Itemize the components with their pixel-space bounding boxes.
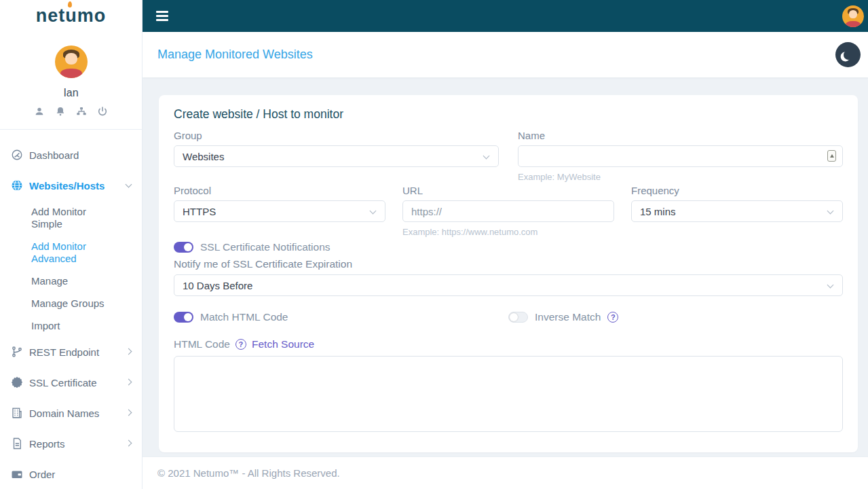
protocol-select-value: HTTPS	[183, 206, 216, 217]
dashboard-icon	[11, 149, 23, 161]
sidebar-item-label: Websites/Hosts	[29, 180, 105, 192]
sidebar-subitem-import[interactable]: Import	[31, 320, 119, 332]
globe-icon	[11, 179, 23, 192]
websites-hosts-submenu: Add Monitor Simple Add Monitor Advanced …	[31, 206, 142, 332]
match-html-label: Match HTML Code	[200, 311, 288, 323]
name-field: Name Example: MyWebsite	[518, 130, 843, 182]
protocol-label: Protocol	[174, 185, 385, 196]
notify-expiration-value: 10 Days Before	[183, 280, 252, 291]
protocol-field: Protocol HTTPS	[174, 185, 385, 237]
url-label: URL	[402, 185, 614, 196]
avatar[interactable]	[55, 46, 88, 78]
footer: © 2021 Netumo™ - All Rights Reserved.	[143, 456, 868, 489]
sidebar-item-label: Domain Names	[29, 408, 99, 419]
help-icon[interactable]	[235, 339, 246, 350]
sidebar-item-order[interactable]: Order	[11, 468, 142, 480]
sitemap-icon[interactable]	[76, 106, 87, 117]
sidebar-subitem-add-monitor-advanced[interactable]: Add Monitor Advanced	[31, 240, 119, 265]
domain-names-icon	[11, 407, 23, 419]
frequency-label: Frequency	[631, 185, 843, 196]
user-icon[interactable]	[34, 106, 45, 117]
user-profile: Ian	[0, 32, 142, 130]
fetch-source-link[interactable]: Fetch Source	[252, 338, 314, 350]
sidebar-subitem-add-monitor-simple[interactable]: Add Monitor Simple	[31, 206, 119, 230]
chevron-down-icon	[126, 181, 132, 188]
match-html-toggle[interactable]	[174, 312, 193, 323]
html-code-label-row: HTML Code Fetch Source	[174, 338, 843, 350]
app-window: netumo Ian Dashboard Websites/Hosts	[0, 0, 868, 489]
chevron-down-icon	[827, 282, 834, 289]
frequency-field: Frequency 15 mins	[631, 185, 843, 237]
match-html-row: Match HTML Code	[174, 311, 508, 323]
url-input[interactable]	[402, 200, 614, 222]
inverse-match-label: Inverse Match	[535, 311, 601, 323]
sidebar: netumo Ian Dashboard Websites/Hosts	[0, 0, 143, 489]
chevron-right-icon	[126, 348, 132, 355]
html-code-label: HTML Code	[174, 338, 230, 350]
sidebar-item-websites-hosts[interactable]: Websites/Hosts	[11, 179, 142, 192]
brand-logo-text: netumo	[36, 5, 107, 26]
sidebar-item-label: SSL Certificate	[29, 377, 97, 388]
order-icon	[11, 468, 23, 480]
profile-quick-actions	[0, 106, 142, 130]
group-select-value: Websites	[183, 151, 224, 162]
topbar-avatar[interactable]	[842, 5, 864, 27]
group-field: Group Websites	[174, 130, 499, 182]
copyright-text: © 2021 Netumo™ - All Rights Reserved.	[157, 467, 340, 479]
sidebar-item-label: Order	[29, 469, 55, 480]
name-label: Name	[518, 130, 843, 141]
protocol-select[interactable]: HTTPS	[174, 200, 385, 222]
chevron-right-icon	[126, 440, 132, 447]
inverse-match-toggle[interactable]	[508, 312, 528, 323]
sidebar-item-ssl-certificate[interactable]: SSL Certificate	[11, 376, 142, 388]
user-name: Ian	[0, 87, 142, 99]
name-example: Example: MyWebsite	[518, 172, 843, 182]
frequency-select-value: 15 mins	[640, 206, 676, 217]
ssl-notifications-toggle[interactable]	[174, 242, 193, 253]
group-label: Group	[174, 130, 499, 141]
moon-icon	[843, 50, 854, 60]
sidebar-item-dashboard[interactable]: Dashboard	[11, 149, 142, 161]
create-website-card: Create website / Host to monitor Group W…	[159, 95, 858, 452]
flame-icon: u	[65, 5, 77, 26]
help-icon[interactable]	[607, 312, 618, 323]
match-toggles-row: Match HTML Code Inverse Match	[174, 311, 843, 323]
topbar	[143, 0, 868, 32]
url-field: URL Example: https://www.netumo.com	[402, 185, 614, 237]
notify-expiration-label: Notify me of SSL Certificate Expiration	[174, 258, 843, 270]
sidebar-nav: Dashboard Websites/Hosts Add Monitor Sim…	[0, 130, 142, 489]
chevron-down-icon	[370, 208, 377, 215]
name-input[interactable]	[518, 145, 843, 167]
brand-logo[interactable]: netumo	[0, 0, 142, 32]
power-icon[interactable]	[97, 106, 108, 117]
page-header: Manage Monitored Websites	[143, 32, 868, 77]
rest-endpoint-icon	[11, 346, 23, 358]
sidebar-item-label: Dashboard	[29, 149, 79, 161]
hamburger-menu-icon[interactable]	[156, 11, 168, 21]
ssl-notifications-row: SSL Certificate Notifications	[174, 241, 843, 253]
sidebar-item-label: Reports	[29, 438, 65, 450]
sidebar-item-rest-endpoint[interactable]: REST Endpoint	[11, 346, 142, 358]
ssl-notifications-label: SSL Certificate Notifications	[200, 241, 331, 253]
bell-icon[interactable]	[55, 106, 66, 117]
main-area: Manage Monitored Websites Create website…	[143, 0, 868, 489]
sidebar-subitem-manage-groups[interactable]: Manage Groups	[31, 297, 119, 310]
page-title[interactable]: Manage Monitored Websites	[157, 48, 313, 62]
notify-expiration-select[interactable]: 10 Days Before	[174, 274, 843, 296]
sidebar-subitem-manage[interactable]: Manage	[31, 275, 119, 287]
group-select[interactable]: Websites	[174, 145, 499, 167]
chevron-right-icon	[126, 379, 132, 386]
sidebar-item-label: REST Endpoint	[29, 346, 99, 358]
card-title: Create website / Host to monitor	[174, 107, 843, 122]
content-area: Create website / Host to monitor Group W…	[143, 77, 868, 456]
chevron-right-icon	[126, 410, 132, 416]
html-code-textarea[interactable]	[174, 356, 843, 432]
inverse-match-row: Inverse Match	[508, 311, 843, 323]
dark-mode-button[interactable]	[835, 42, 861, 67]
autofill-extension-icon[interactable]	[827, 150, 836, 162]
sidebar-item-reports[interactable]: Reports	[11, 437, 142, 450]
reports-icon	[11, 437, 23, 450]
sidebar-item-domain-names[interactable]: Domain Names	[11, 407, 142, 419]
chevron-down-icon	[483, 153, 490, 160]
frequency-select[interactable]: 15 mins	[631, 200, 843, 222]
